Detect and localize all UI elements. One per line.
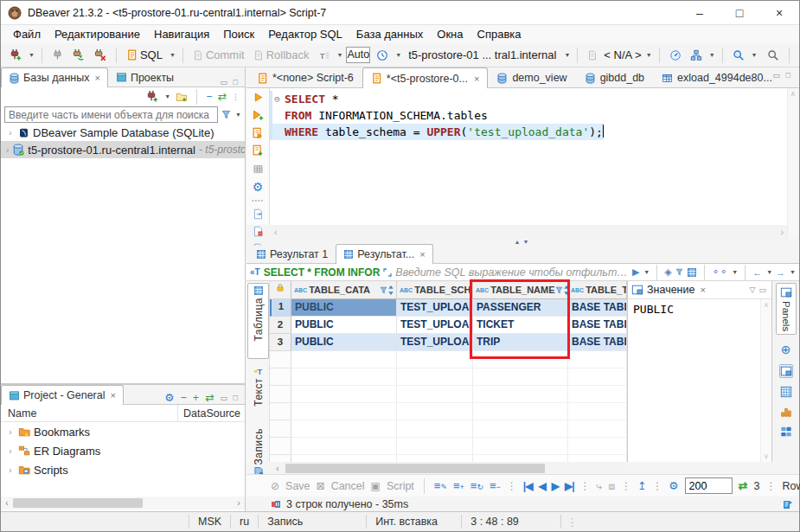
expand-chevron-icon[interactable]: ›: [6, 145, 9, 155]
txn-auto-combo[interactable]: Auto: [346, 47, 370, 63]
first-row-icon[interactable]: |◀: [523, 480, 533, 492]
row-number-cell[interactable]: 3: [270, 334, 291, 351]
menu-search[interactable]: Поиск: [216, 26, 261, 42]
sql-menu-dropdown-icon[interactable]: ▼: [170, 52, 176, 58]
project-item-er-diagrams[interactable]: ›ER Diagrams: [1, 441, 245, 460]
side-tab-текст[interactable]: «TТекст: [247, 364, 269, 414]
grid-panel-icon[interactable]: [780, 386, 792, 398]
scrollbar-thumb[interactable]: [285, 464, 545, 473]
commit-button[interactable]: Commit: [190, 47, 247, 63]
active-database-button[interactable]: [585, 48, 600, 62]
cell-r2c1[interactable]: PUBLIC: [291, 317, 397, 334]
project-link-icon[interactable]: ⇄: [205, 391, 214, 404]
row-number-cell[interactable]: 2: [270, 317, 291, 334]
side-tab-запись[interactable]: Запись: [247, 426, 269, 480]
grid-row-3[interactable]: 3PUBLICTEST_UPLOAD_DATTRIPBASE TABLE: [270, 334, 627, 351]
value-panel-minimize-icon[interactable]: ▭: [758, 285, 768, 294]
project-column-datasource[interactable]: DataSource: [178, 407, 240, 420]
filter-input-placeholder[interactable]: Введите SQL выражение чтобы отфильтроват…: [395, 266, 629, 279]
tab-close-icon[interactable]: ×: [95, 73, 100, 83]
value-panel-scrollbar[interactable]: ∧∨: [760, 299, 771, 462]
next-row-icon[interactable]: ▶: [552, 480, 559, 492]
nav-collapse-all-icon[interactable]: −: [206, 91, 212, 103]
scrollbar-thumb[interactable]: [13, 498, 143, 508]
maximize-button[interactable]: □: [720, 1, 759, 25]
explain-plan-icon[interactable]: [253, 162, 264, 174]
editor-tab-gibdd-db[interactable]: gibdd_db: [576, 67, 653, 87]
cell-r2c4[interactable]: BASE TABLE: [568, 317, 627, 334]
tab-close-icon[interactable]: ×: [110, 390, 115, 401]
column-filter-sort-icons[interactable]: [380, 285, 394, 295]
transaction-log-button[interactable]: [374, 48, 391, 63]
value-panel-menu-icon[interactable]: ▽: [750, 285, 756, 294]
menu-navigation[interactable]: Навигация: [147, 26, 216, 42]
tab-close-icon[interactable]: ×: [474, 74, 479, 84]
connection-dropdown-icon[interactable]: ▼: [564, 52, 570, 58]
project-item-scripts[interactable]: ›Scripts: [1, 460, 245, 479]
editor-settings-gear-icon[interactable]: ⚙: [253, 180, 264, 194]
cell-r2c2[interactable]: TEST_UPLOAD_DAT: [397, 317, 473, 334]
code-line-1[interactable]: ⊖SELECT *: [270, 91, 798, 107]
expand-chevron-icon[interactable]: ›: [6, 128, 15, 138]
tab-project-general[interactable]: Project - General×: [1, 385, 124, 405]
editor-tab-t5-prostore-0[interactable]: *<t5-prostore-0...×: [362, 67, 489, 88]
nav-new-connection-dropdown-icon[interactable]: ▼: [164, 93, 170, 99]
project-minmax-icons[interactable]: ▭ □: [221, 394, 240, 402]
forward-dropdown-icon[interactable]: ▼: [790, 269, 796, 275]
cell-r3c3[interactable]: TRIP: [473, 334, 568, 351]
perspective-dbeaver-button[interactable]: [797, 47, 800, 63]
transaction-log-dropdown-icon[interactable]: ▼: [395, 52, 401, 58]
execute-statement-icon[interactable]: [253, 91, 264, 103]
filter-funnel-icon[interactable]: [221, 110, 231, 119]
column-header-table-schei[interactable]: ABCTABLE_SCHEI: [397, 281, 473, 299]
value-viewer-panel-icon[interactable]: [779, 364, 793, 378]
cell-r1c3[interactable]: PASSENGER: [473, 299, 568, 317]
execute-script-icon[interactable]: [252, 126, 264, 139]
cell-r3c4[interactable]: BASE TABLE: [568, 334, 627, 351]
transaction-mode-dropdown-icon[interactable]: ▼: [337, 52, 343, 58]
network-dropdown-icon[interactable]: ▼: [709, 52, 715, 58]
project-item-bookmarks[interactable]: ›Bookmarks: [1, 422, 245, 441]
results-tab-результат[interactable]: Результат...×: [336, 244, 432, 264]
dashboard-button[interactable]: [667, 48, 684, 63]
grid-row-2[interactable]: 2PUBLICTEST_UPLOAD_DATTICKETBASE TABLE: [270, 317, 627, 334]
save-button[interactable]: Save: [285, 480, 310, 492]
tree-item-dbeaver-sample-database-sqlite[interactable]: ›DBeaver Sample Database (SQLite): [1, 124, 245, 141]
editor-tab-none-script-6[interactable]: *<none> Script-6: [248, 67, 362, 87]
last-row-icon[interactable]: ▶|: [565, 480, 574, 492]
back-dropdown-icon[interactable]: ▼: [766, 269, 772, 275]
fetch-all-icon[interactable]: ⧈: [608, 480, 615, 492]
sql-menu-button[interactable]: SQL: [124, 47, 165, 63]
tab-close-icon[interactable]: ×: [419, 249, 425, 260]
project-hscrollbar[interactable]: ‹ ›: [1, 497, 245, 510]
cell-r2c3[interactable]: TICKET: [473, 317, 568, 334]
column-filter-sort-icons[interactable]: [555, 285, 568, 295]
panels-toggle-button[interactable]: Panels: [776, 283, 797, 335]
add-row-icon[interactable]: ≡+: [453, 479, 464, 492]
code-line-2[interactable]: FROM INFORMATION_SCHEMA.tables: [270, 107, 798, 124]
execute-new-tab-icon[interactable]: [252, 108, 264, 121]
new-result-tab-icon[interactable]: [687, 267, 697, 278]
export-from-query-icon[interactable]: [253, 208, 264, 220]
associations-icon[interactable]: ⚬⚬: [712, 266, 727, 278]
minimize-button[interactable]: –: [680, 1, 720, 25]
value-panel-close-icon[interactable]: ×: [700, 285, 705, 295]
db-navigator-minmax-icons[interactable]: ▭ □: [221, 78, 245, 87]
editor-tab-demo-view[interactable]: demo_view: [488, 67, 575, 87]
insert-mode-field[interactable]: Инт. вставка: [367, 515, 462, 529]
expand-chevron-icon[interactable]: ›: [6, 446, 15, 456]
back-icon[interactable]: ←: [752, 267, 762, 278]
edit-cell-icon[interactable]: ≡✎: [434, 479, 447, 492]
clear-filter-icon[interactable]: ◈: [664, 266, 671, 278]
scroll-left-icon[interactable]: ‹: [272, 464, 284, 473]
delete-row-icon[interactable]: ≡−: [490, 479, 501, 492]
tab-базы-данных[interactable]: Базы данных×: [1, 67, 108, 87]
notifications-icon[interactable]: [782, 498, 794, 510]
refresh-icon[interactable]: ⇄: [739, 479, 748, 492]
active-database-selector[interactable]: < N/A >: [604, 48, 641, 61]
menu-sql-editor[interactable]: Редактор SQL: [261, 26, 349, 42]
network-profile-button[interactable]: [688, 48, 705, 63]
menu-file[interactable]: Файл: [6, 26, 48, 42]
object-search-input[interactable]: [4, 106, 218, 123]
tree-item-t5-prostore-01-ru-central1-internal[interactable]: ›t5-prostore-01.ru-central1.internal - t…: [1, 141, 245, 158]
